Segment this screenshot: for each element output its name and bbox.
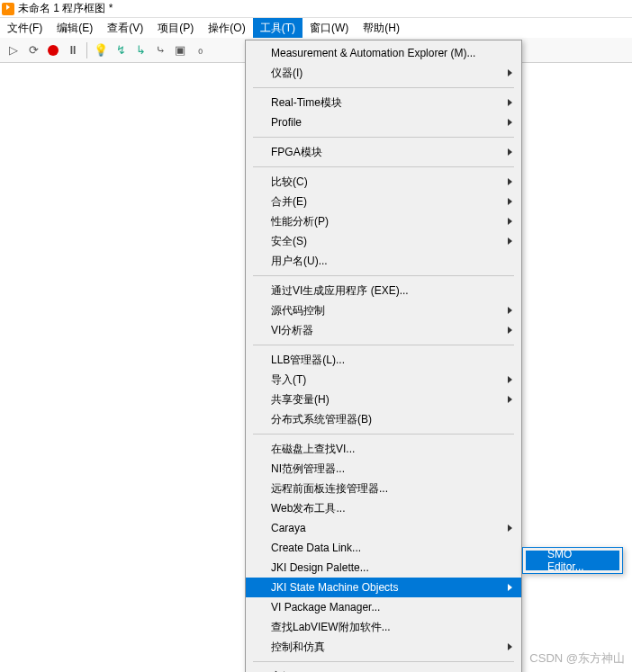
separator (86, 42, 87, 58)
watermark: CSDN @东方神山 (529, 650, 625, 667)
menu-help[interactable]: 帮助(H) (356, 18, 407, 38)
menu-file[interactable]: 文件(F) (0, 18, 50, 38)
chevron-right-icon (508, 178, 512, 185)
menu-item[interactable]: Create Data Link... (246, 538, 521, 558)
menu-project[interactable]: 项目(P) (150, 18, 201, 38)
menu-item-label: 远程前面板连接管理器... (271, 481, 388, 497)
chevron-right-icon (508, 376, 512, 383)
menu-item[interactable]: 比较(C) (246, 172, 521, 192)
menu-item[interactable]: 在磁盘上查找VI... (246, 439, 521, 459)
menu-item[interactable]: 共享变量(H) (246, 390, 521, 409)
menu-item-label: 合并(E) (271, 194, 307, 210)
menu-separator (253, 166, 514, 167)
menu-item-label: Create Data Link... (271, 542, 361, 554)
menu-item-label: VI分析器 (271, 323, 313, 338)
menu-item[interactable]: JKI State Machine Objects (246, 578, 521, 597)
menu-item[interactable]: 远程前面板连接管理器... (246, 479, 521, 498)
menu-item-label: FPGA模块 (271, 145, 322, 160)
chevron-right-icon (508, 148, 512, 156)
menu-item[interactable]: 导入(T) (246, 370, 521, 390)
menu-separator (253, 137, 514, 138)
menu-item-label: 高级(A) (271, 669, 307, 673)
abort-icon[interactable] (45, 42, 61, 58)
menu-item-label: LLB管理器(L)... (271, 353, 345, 368)
menu-item-label: 导入(T) (271, 372, 306, 388)
chevron-right-icon (508, 69, 512, 76)
menu-item[interactable]: 仪器(I) (246, 63, 521, 83)
menu-item-label: 在磁盘上查找VI... (271, 442, 355, 457)
step-over-icon[interactable]: ⤷ (152, 42, 168, 58)
menu-item[interactable]: 合并(E) (246, 192, 521, 211)
menu-item[interactable]: LLB管理器(L)... (246, 350, 521, 370)
menu-item[interactable]: FPGA模块 (246, 142, 521, 162)
menu-item[interactable]: Caraya (246, 518, 521, 538)
menu-item-label: 安全(S) (271, 234, 307, 249)
menu-item[interactable]: 通过VI生成应用程序 (EXE)... (246, 281, 521, 300)
menu-item[interactable]: VI Package Manager... (246, 597, 521, 617)
menu-item[interactable]: 源代码控制 (246, 300, 521, 320)
run-icon[interactable]: ▷ (5, 42, 22, 58)
menu-item[interactable]: NI范例管理器... (246, 459, 521, 479)
menu-item-label: JKI Design Palette... (271, 561, 369, 574)
menu-item-label: JKI State Machine Objects (271, 581, 398, 594)
chevron-right-icon (508, 396, 512, 403)
menu-edit[interactable]: 编辑(E) (50, 18, 100, 38)
menu-item-label: Caraya (271, 522, 306, 534)
menu-item[interactable]: 分布式系统管理器(B) (246, 409, 521, 429)
menu-item[interactable]: Web发布工具... (246, 498, 521, 518)
run-continuously-icon[interactable]: ⟳ (25, 42, 41, 58)
title-bar: 未命名 1 程序框图 * (0, 0, 632, 18)
menu-item[interactable]: 性能分析(P) (246, 211, 521, 231)
submenu-item-smo-editor[interactable]: SMO Editor... (526, 551, 619, 570)
menu-item-label: 共享变量(H) (271, 392, 330, 408)
chevron-right-icon (508, 198, 512, 205)
menu-item-label: 性能分析(P) (271, 214, 329, 229)
menu-separator (253, 661, 514, 662)
chevron-right-icon (508, 327, 512, 334)
menu-item-label: 通过VI生成应用程序 (EXE)... (271, 283, 409, 299)
chevron-right-icon (508, 218, 512, 225)
menu-view[interactable]: 查看(V) (100, 18, 150, 38)
menu-item[interactable]: 用户名(U)... (246, 251, 521, 271)
menu-item[interactable]: Real-Time模块 (246, 93, 521, 112)
chevron-right-icon (508, 237, 512, 245)
menu-item[interactable]: 高级(A) (246, 667, 521, 672)
menu-item[interactable]: Measurement & Automation Explorer (M)... (246, 43, 521, 63)
menu-window[interactable]: 窗口(W) (302, 18, 356, 38)
menu-item-label: VI Package Manager... (271, 601, 380, 614)
menu-item[interactable]: 安全(S) (246, 231, 521, 251)
menu-separator (253, 87, 514, 88)
menu-item-label: 查找LabVIEW附加软件... (271, 620, 391, 635)
jki-smo-submenu: SMO Editor... (522, 547, 623, 574)
menu-item-label: 仪器(I) (271, 66, 302, 81)
highlight-icon[interactable]: 💡 (93, 42, 109, 58)
menu-separator (253, 434, 514, 435)
menu-item[interactable]: Profile (246, 112, 521, 132)
menu-item[interactable]: JKI Design Palette... (246, 558, 521, 578)
menu-item-label: 源代码控制 (271, 303, 325, 318)
chevron-right-icon (508, 643, 512, 650)
menu-item[interactable]: VI分析器 (246, 320, 521, 340)
menu-item-label: Measurement & Automation Explorer (M)... (271, 47, 475, 59)
menu-separator (253, 345, 514, 345)
step-out-icon[interactable]: ▣ (172, 42, 188, 58)
menu-item[interactable]: 控制和仿真 (246, 637, 521, 657)
submenu-label: SMO Editor... (547, 548, 610, 573)
chevron-right-icon (508, 584, 512, 591)
menu-item-label: 比较(C) (271, 175, 308, 190)
chevron-right-icon (508, 119, 512, 126)
retain-icon[interactable]: ↯ (113, 42, 129, 58)
chevron-right-icon (508, 99, 512, 106)
menu-item-label: 分布式系统管理器(B) (271, 412, 372, 427)
menu-item-label: 用户名(U)... (271, 254, 328, 269)
menu-tools[interactable]: 工具(T) (253, 18, 302, 38)
chevron-right-icon (508, 524, 512, 532)
text-settings-icon[interactable]: ₀ (192, 42, 208, 58)
menu-operate[interactable]: 操作(O) (201, 18, 252, 38)
menu-item-label: Web发布工具... (271, 501, 345, 516)
tools-dropdown: Measurement & Automation Explorer (M)...… (245, 40, 522, 672)
pause-icon[interactable]: II (65, 42, 81, 58)
step-into-icon[interactable]: ↳ (132, 42, 149, 58)
app-icon (2, 3, 14, 15)
menu-item[interactable]: 查找LabVIEW附加软件... (246, 617, 521, 637)
